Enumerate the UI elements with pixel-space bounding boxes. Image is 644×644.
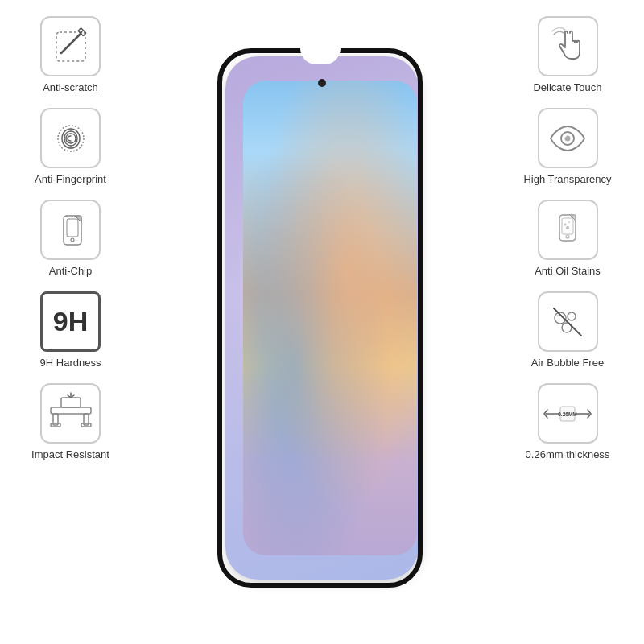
svg-rect-14 xyxy=(61,398,80,407)
anti-oil-icon-box xyxy=(538,200,598,260)
svg-text:0.26MM: 0.26MM xyxy=(558,411,576,417)
thickness-icon: 0.26MM xyxy=(539,392,596,436)
feature-delicate-touch: Delicate Touch xyxy=(499,16,636,93)
svg-point-25 xyxy=(566,226,569,229)
svg-line-1 xyxy=(61,34,80,53)
scratch-icon xyxy=(50,26,92,68)
svg-point-21 xyxy=(566,235,569,238)
thickness-label: 0.26mm thickness xyxy=(526,448,610,460)
delicate-touch-label: Delicate Touch xyxy=(533,81,601,93)
anti-chip-label: Anti-Chip xyxy=(49,265,92,277)
9h-label: 9H xyxy=(53,306,88,337)
anti-fingerprint-icon-box xyxy=(40,108,101,168)
svg-point-7 xyxy=(71,238,74,242)
svg-point-18 xyxy=(564,134,567,137)
svg-point-23 xyxy=(564,223,567,225)
oil-icon xyxy=(546,208,589,252)
thickness-icon-box: 0.26MM xyxy=(538,383,598,444)
high-transparency-label: High Transparency xyxy=(523,173,611,185)
feature-impact-resistant: Impact Resistant xyxy=(8,383,133,460)
svg-point-24 xyxy=(568,221,570,223)
high-transparency-icon-box xyxy=(538,108,598,168)
anti-fingerprint-label: Anti-Fingerprint xyxy=(35,173,106,185)
feature-anti-oil-stains: Anti Oil Stains xyxy=(499,200,636,277)
feature-9h-hardness: 9H 9H Hardness xyxy=(8,291,133,369)
left-features: Anti-scratch Anti-Fingerprint xyxy=(8,16,133,460)
feature-high-transparency: High Transparency xyxy=(499,108,636,185)
phone-wrapper xyxy=(217,48,427,596)
bubble-icon xyxy=(546,300,589,344)
anti-scratch-label: Anti-scratch xyxy=(43,81,98,93)
9h-hardness-label: 9H Hardness xyxy=(40,357,101,369)
feature-thickness: 0.26MM 0.26mm thickness xyxy=(499,383,636,460)
svg-rect-0 xyxy=(56,32,85,61)
air-bubble-label: Air Bubble Free xyxy=(531,357,604,369)
anti-scratch-icon-box xyxy=(40,16,101,76)
right-features: Delicate Touch High Transparency xyxy=(499,16,636,460)
svg-rect-6 xyxy=(67,219,78,237)
anti-chip-icon-box xyxy=(40,200,101,260)
svg-line-29 xyxy=(554,308,581,336)
touch-icon xyxy=(546,25,589,68)
svg-rect-9 xyxy=(51,407,91,414)
feature-anti-fingerprint: Anti-Fingerprint xyxy=(8,108,133,185)
glass-notch xyxy=(300,48,341,64)
fingerprint-icon xyxy=(50,118,92,159)
chip-icon xyxy=(50,209,92,251)
svg-point-27 xyxy=(568,312,576,320)
eye-icon xyxy=(546,117,589,160)
impact-resistant-label: Impact Resistant xyxy=(31,448,109,460)
svg-point-30 xyxy=(557,315,559,316)
feature-air-bubble-free: Air Bubble Free xyxy=(499,291,636,369)
anti-oil-label: Anti Oil Stains xyxy=(535,265,601,277)
feature-anti-chip: Anti-Chip xyxy=(8,200,133,277)
feature-anti-scratch: Anti-scratch xyxy=(8,16,133,93)
svg-point-31 xyxy=(569,313,571,315)
9h-icon-box: 9H xyxy=(40,291,101,352)
impact-icon xyxy=(47,391,95,436)
main-container: Anti-scratch Anti-Fingerprint xyxy=(0,0,644,644)
glass-protector xyxy=(217,48,423,588)
air-bubble-icon-box xyxy=(538,291,598,352)
impact-icon-box xyxy=(40,383,101,444)
delicate-touch-icon-box xyxy=(538,16,598,76)
